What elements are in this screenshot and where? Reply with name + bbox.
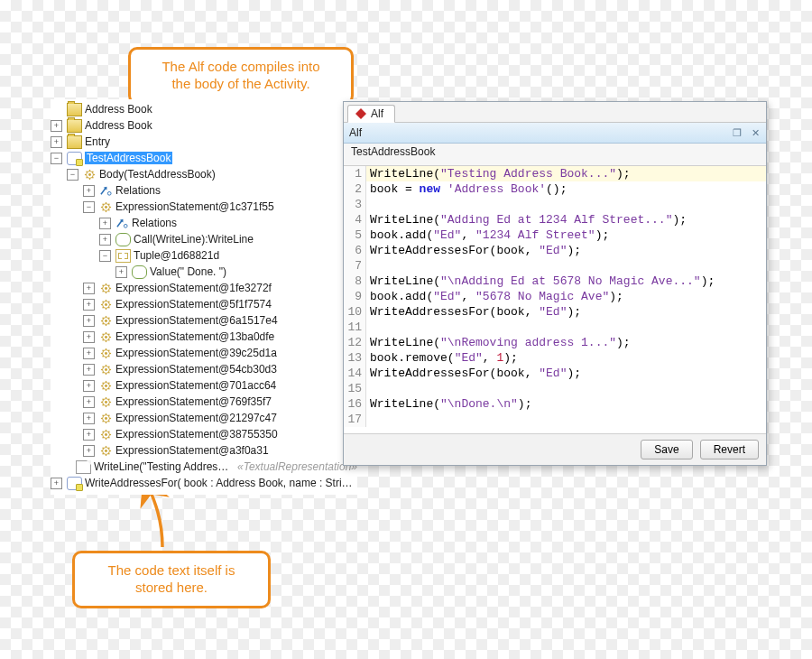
tree-label[interactable]: WriteLine("Testing Address Book..."); bo…	[94, 460, 232, 473]
code-text[interactable]	[366, 320, 377, 335]
tree-label[interactable]: ExpressionStatement@6a1517e4	[115, 314, 278, 327]
tree-row[interactable]: +ExpressionStatement@21297c47	[51, 410, 357, 426]
code-text[interactable]: book.remove("Ed", 1);	[366, 350, 518, 366]
tree-row[interactable]: +WriteAddressesFor( book : Address Book,…	[51, 475, 357, 491]
expand-icon[interactable]: +	[51, 120, 62, 132]
tree-label[interactable]: ExpressionStatement@1fe3272f	[115, 282, 272, 294]
code-line[interactable]: 5book.add("Ed", "1234 Alf Street");	[344, 227, 766, 243]
tree-label[interactable]: ExpressionStatement@769f35f7	[115, 395, 272, 408]
tree-row[interactable]: −Tuple@1d68821d	[51, 247, 357, 264]
tree-label[interactable]: ExpressionStatement@21297c47	[115, 412, 277, 424]
code-text[interactable]: WriteLine("Adding Ed at 1234 Alf Street.…	[366, 212, 687, 227]
tree-label[interactable]: TestAddressBook	[85, 152, 172, 164]
tree-row[interactable]: +Entry	[51, 134, 357, 150]
tree-row[interactable]: −TestAddressBook	[51, 150, 357, 166]
code-line[interactable]: 17	[344, 412, 766, 427]
tree-label[interactable]: Tuple@1d68821d	[134, 249, 219, 262]
code-line[interactable]: 15	[344, 381, 766, 396]
tree-label[interactable]: ExpressionStatement@701acc64	[115, 379, 276, 392]
code-text[interactable]	[366, 381, 377, 396]
tree-row[interactable]: +ExpressionStatement@54cb30d3	[51, 361, 357, 377]
code-text[interactable]: book.add("Ed", "1234 Alf Street");	[366, 227, 609, 243]
tab-alf[interactable]: Alf	[347, 105, 395, 123]
tree-row[interactable]: +Relations	[51, 182, 357, 199]
revert-button[interactable]: Revert	[700, 440, 759, 459]
collapse-icon[interactable]: −	[67, 169, 78, 181]
expand-icon[interactable]: +	[83, 429, 95, 441]
detach-icon[interactable]: ❐	[732, 127, 743, 138]
tree-label[interactable]: Relations	[115, 184, 161, 197]
tree-label[interactable]: Value(" Done. ")	[150, 265, 226, 278]
tree-label[interactable]: ExpressionStatement@38755350	[115, 428, 278, 441]
collapse-icon[interactable]: −	[83, 201, 95, 213]
tree-row[interactable]: −Body(TestAddressBook)	[51, 166, 357, 182]
expand-icon[interactable]: +	[83, 185, 95, 197]
tree-row[interactable]: +Call(WriteLine):WriteLine	[51, 231, 357, 247]
code-line[interactable]: 4WriteLine("Adding Ed at 1234 Alf Street…	[344, 212, 766, 227]
code-text[interactable]: WriteLine("\nRemoving address 1...");	[366, 335, 631, 350]
code-line[interactable]: 9book.add("Ed", "5678 No Magic Ave");	[344, 289, 766, 304]
tree-label[interactable]: Address Book	[85, 119, 152, 132]
expand-icon[interactable]: +	[99, 218, 111, 229]
tree-label[interactable]: ExpressionStatement@39c25d1a	[115, 347, 277, 359]
tree-row[interactable]: +ExpressionStatement@5f1f7574	[51, 296, 357, 312]
collapse-icon[interactable]: −	[99, 250, 111, 262]
code-text[interactable]: book = new 'Address Book'();	[366, 181, 567, 197]
tree-row[interactable]: −ExpressionStatement@1c371f55	[51, 199, 357, 215]
expand-icon[interactable]: +	[83, 315, 95, 327]
code-text[interactable]: book.add("Ed", "5678 No Magic Ave");	[366, 289, 623, 304]
tree-label[interactable]: Entry	[85, 135, 110, 148]
tree-row[interactable]: +ExpressionStatement@701acc64	[51, 377, 357, 394]
code-line[interactable]: 11	[344, 320, 766, 335]
code-line[interactable]: 10WriteAddressesFor(book, "Ed");	[344, 304, 766, 320]
expand-icon[interactable]: +	[51, 136, 62, 148]
tree-label[interactable]: ExpressionStatement@a3f0a31	[115, 444, 269, 457]
tree-label[interactable]: Address Book	[85, 103, 152, 116]
code-text[interactable]: WriteAddressesFor(book, "Ed");	[366, 366, 581, 381]
code-line[interactable]: 2book = new 'Address Book'();	[344, 181, 766, 197]
tree-label[interactable]: WriteAddressesFor( book : Address Book, …	[85, 477, 357, 489]
expand-icon[interactable]: +	[83, 413, 95, 424]
expand-icon[interactable]: +	[83, 380, 95, 392]
tree-row[interactable]: +ExpressionStatement@6a1517e4	[51, 312, 357, 329]
expand-icon[interactable]: +	[83, 283, 95, 294]
editor-breadcrumb[interactable]: TestAddressBook	[344, 144, 766, 166]
expand-icon[interactable]: +	[83, 331, 95, 343]
tree-label[interactable]: Body(TestAddressBook)	[99, 168, 216, 181]
tree-row[interactable]: Address Book	[51, 101, 357, 117]
close-icon[interactable]: ✕	[750, 127, 761, 138]
tree-row[interactable]: +ExpressionStatement@1fe3272f	[51, 280, 357, 296]
code-line[interactable]: 1WriteLine("Testing Address Book...");	[344, 166, 766, 181]
tree-row[interactable]: +Value(" Done. ")	[51, 264, 357, 280]
expand-icon[interactable]: +	[83, 364, 95, 376]
expand-icon[interactable]: +	[99, 234, 111, 246]
expand-icon[interactable]: +	[83, 396, 95, 408]
code-line[interactable]: 14WriteAddressesFor(book, "Ed");	[344, 366, 766, 381]
tree-label[interactable]: Relations	[132, 217, 177, 229]
expand-icon[interactable]: +	[83, 299, 95, 311]
tree-row[interactable]: WriteLine("Testing Address Book..."); bo…	[51, 459, 357, 475]
tree-label[interactable]: ExpressionStatement@54cb30d3	[115, 363, 277, 376]
tree-label[interactable]: ExpressionStatement@1c371f55	[115, 200, 274, 213]
tree-label[interactable]: ExpressionStatement@13ba0dfe	[115, 330, 274, 343]
code-line[interactable]: 3	[344, 197, 766, 212]
code-text[interactable]: WriteLine("\nDone.\n");	[366, 396, 531, 412]
tree-row[interactable]: +ExpressionStatement@38755350	[51, 426, 357, 442]
code-line[interactable]: 13book.remove("Ed", 1);	[344, 350, 766, 366]
code-text[interactable]	[366, 197, 377, 212]
tree-row[interactable]: +ExpressionStatement@13ba0dfe	[51, 329, 357, 345]
code-line[interactable]: 16WriteLine("\nDone.\n");	[344, 396, 766, 412]
code-line[interactable]: 6WriteAddressesFor(book, "Ed");	[344, 243, 766, 258]
tree-row[interactable]: +ExpressionStatement@39c25d1a	[51, 345, 357, 361]
code-text[interactable]	[366, 258, 377, 274]
code-text[interactable]: WriteAddressesFor(book, "Ed");	[366, 243, 581, 258]
code-line[interactable]: 8WriteLine("\nAdding Ed at 5678 No Magic…	[344, 274, 766, 289]
code-area[interactable]: 1WriteLine("Testing Address Book...");2b…	[344, 166, 766, 433]
expand-icon[interactable]: +	[83, 348, 95, 359]
tree-label[interactable]: ExpressionStatement@5f1f7574	[115, 298, 272, 311]
tree-row[interactable]: +Address Book	[51, 117, 357, 134]
expand-icon[interactable]: +	[51, 478, 62, 489]
code-text[interactable]	[366, 412, 377, 427]
tree-row[interactable]: +ExpressionStatement@a3f0a31	[51, 442, 357, 459]
tree-row[interactable]: +ExpressionStatement@769f35f7	[51, 394, 357, 410]
